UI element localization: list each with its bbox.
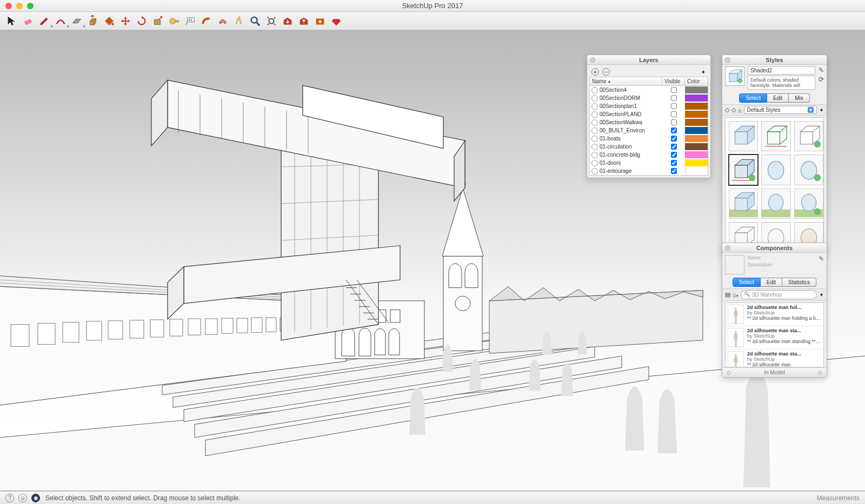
style-thumb-item[interactable] (729, 154, 758, 185)
maximize-icon[interactable] (27, 3, 34, 9)
zoom-tool[interactable] (248, 14, 263, 28)
ruby-icon[interactable] (329, 14, 344, 28)
component-search-input[interactable]: 3D Warehou (741, 290, 817, 299)
layer-list[interactable]: 00Section4 00SectionDORM 00Sectionplan1 … (589, 86, 708, 176)
layers-panel[interactable]: Layers + − ➧ Name ▴ Visible Color 00Sect… (587, 55, 711, 178)
nav-back-icon[interactable]: ◇ (725, 106, 729, 113)
nav-back-icon[interactable]: ◇ (727, 369, 731, 375)
3dwarehouse-send-icon[interactable] (296, 14, 311, 28)
home-icon[interactable]: ⌂ (738, 107, 742, 113)
style-desc-field[interactable]: Default colors, shaded facestyle. Materi… (748, 76, 815, 90)
style-thumb-item[interactable] (761, 189, 790, 219)
style-thumb-item[interactable] (729, 121, 758, 151)
rotate-tool[interactable] (134, 14, 149, 28)
nav-fwd-icon[interactable]: ◇ (818, 369, 822, 375)
arc-tool[interactable]: ▾ (53, 14, 68, 28)
panel-close-icon[interactable] (725, 245, 730, 251)
help-icon[interactable]: ? (5, 494, 14, 502)
layer-color-swatch[interactable] (685, 86, 708, 93)
panel-close-icon[interactable] (590, 57, 595, 63)
style-thumb-item[interactable] (729, 189, 758, 219)
style-new-icon[interactable]: ✎ (819, 66, 824, 74)
components-panel-header[interactable]: Components (722, 243, 827, 253)
view-toggle-icon[interactable]: ▤ (725, 291, 730, 298)
panel-close-icon[interactable] (725, 57, 730, 63)
text-tool[interactable]: A1 (183, 14, 198, 28)
style-collection-select[interactable]: Default Styles▾ (744, 106, 817, 114)
component-info-icon[interactable]: ✎ (819, 255, 824, 263)
styles-tabbar: Select Edit Mix (722, 93, 827, 103)
component-list[interactable]: 2d silhouette man hol... by SketchUp ** … (725, 303, 824, 367)
tab-select[interactable]: Select (739, 93, 767, 103)
style-update-icon[interactable]: ⟳ (819, 76, 824, 83)
layer-row[interactable]: 01-boats (590, 135, 708, 143)
remove-layer-icon[interactable]: − (602, 68, 610, 76)
tab-select[interactable]: Select (733, 278, 761, 287)
followme-tool[interactable] (199, 14, 214, 28)
zoom-extents-tool[interactable] (264, 14, 279, 28)
svg-rect-69 (735, 198, 747, 210)
layer-row[interactable]: 00_BUILT_Environ (590, 126, 708, 135)
svg-text:A1: A1 (188, 18, 192, 22)
layer-row[interactable]: 00Sectionplan1 (590, 102, 708, 110)
tab-edit[interactable]: Edit (767, 93, 789, 103)
close-icon[interactable] (5, 3, 12, 9)
col-visible[interactable]: Visible (662, 77, 685, 85)
style-thumb-item[interactable] (794, 154, 823, 185)
3dwarehouse-get-icon[interactable] (280, 14, 295, 28)
pushpull-tool[interactable] (85, 14, 101, 28)
layers-panel-header[interactable]: Layers (587, 55, 710, 65)
styles-panel[interactable]: Styles + Shaded2 Default colors, shaded … (722, 55, 827, 255)
viewport-3d[interactable]: Layers + − ➧ Name ▴ Visible Color 00Sect… (0, 30, 865, 491)
rectangle-tool[interactable]: ▾ (69, 14, 84, 28)
details-icon[interactable]: ➧ (819, 291, 824, 298)
svg-rect-16 (108, 321, 123, 339)
layer-row[interactable]: 00SectionWalkwa (590, 118, 708, 126)
style-thumb-item[interactable] (761, 121, 790, 151)
layer-row[interactable]: 00SectionPLAND (590, 110, 708, 118)
minimize-icon[interactable] (16, 3, 23, 9)
layer-row[interactable]: 00Section4 (590, 86, 708, 94)
nav-fwd-icon[interactable]: ◇ (731, 106, 736, 113)
details-icon[interactable]: ➧ (819, 106, 824, 113)
styles-panel-header[interactable]: Styles (722, 55, 827, 65)
offset-tool[interactable] (215, 14, 230, 28)
eraser-tool[interactable] (21, 14, 36, 28)
geo-icon[interactable]: ◉ (31, 494, 40, 502)
tab-statistics[interactable]: Statistics (782, 278, 816, 287)
layer-row[interactable]: 00SectionDORM (590, 94, 708, 102)
tab-edit[interactable]: Edit (761, 278, 782, 287)
layer-row[interactable]: 01-doors (590, 159, 708, 167)
col-color[interactable]: Color (685, 77, 708, 85)
scale-tool[interactable] (150, 14, 165, 28)
select-tool[interactable] (4, 14, 19, 28)
components-panel-title: Components (756, 245, 793, 251)
layer-radio[interactable] (591, 87, 598, 93)
pencil-tool[interactable]: ▾ (37, 14, 52, 28)
walk-tool[interactable] (231, 14, 247, 28)
tab-mix[interactable]: Mix (789, 93, 810, 103)
extension-warehouse-icon[interactable] (312, 14, 328, 28)
style-thumb-item[interactable] (794, 121, 823, 151)
layer-row[interactable]: 01-circulation (590, 143, 708, 151)
component-item[interactable]: 2d silhouette man sta... by SketchUp ** … (726, 326, 823, 350)
component-item[interactable]: 2d silhouette man hol... by SketchUp ** … (726, 303, 823, 326)
layer-row[interactable]: 01-concrete-bldg (590, 151, 708, 159)
layers-menu-icon[interactable]: ➧ (701, 68, 706, 76)
components-tabbar: Select Edit Statistics (722, 278, 827, 287)
style-thumb-item[interactable] (794, 189, 823, 219)
add-layer-icon[interactable]: + (591, 68, 599, 76)
layer-row[interactable]: 01-entourage (590, 167, 708, 175)
paintbucket-tool[interactable] (102, 14, 117, 28)
style-name-field[interactable]: Shaded2 (748, 66, 815, 75)
move-tool[interactable] (118, 14, 133, 28)
in-model-label: In Model (764, 369, 784, 375)
components-panel[interactable]: Components Name Description ✎ Select Edi… (722, 243, 827, 378)
home-icon[interactable]: ⌂▾ (733, 292, 738, 298)
col-name[interactable]: Name (592, 78, 607, 84)
tape-tool[interactable] (167, 14, 182, 28)
style-thumb-item[interactable] (761, 154, 790, 185)
user-icon[interactable]: ☺ (18, 494, 27, 502)
component-item[interactable]: 2d silhouette man sta... by SketchUp ** … (726, 350, 823, 367)
layer-visible-checkbox[interactable] (671, 87, 677, 93)
